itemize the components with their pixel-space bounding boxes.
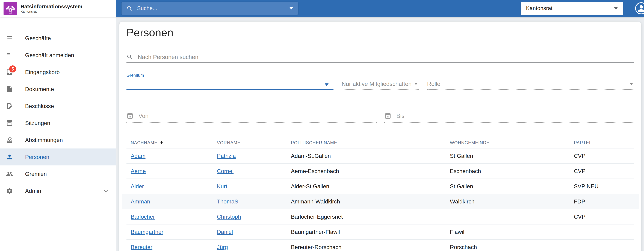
municipality-cell: Rorschach — [446, 244, 570, 250]
sidebar-item-geschaeft-anmelden[interactable]: Geschäft anmelden — [0, 47, 116, 64]
column-header-nachname[interactable]: NACHNAME — [126, 140, 213, 145]
column-header-vorname[interactable]: VORNAME — [213, 140, 287, 145]
rolle-select[interactable]: Rolle — [427, 79, 634, 90]
group-icon — [6, 170, 13, 177]
table-row-highlighted: Amman ThomaS Ammann-Waldkirch Waldkirch … — [122, 194, 639, 209]
municipality-cell: Waldkirch — [446, 198, 570, 205]
party-cell: CVP — [570, 153, 634, 159]
person-firstname-link[interactable]: Kurt — [217, 183, 227, 189]
sidebar-item-beschluesse[interactable]: Beschlüsse — [0, 98, 116, 115]
app-subtitle: Kantonsrat — [20, 10, 82, 14]
chevron-down-icon[interactable] — [103, 188, 109, 194]
sidebar-item-sitzungen[interactable]: Sitzungen — [0, 115, 116, 132]
council-context-select[interactable]: Kantonsrat — [521, 2, 623, 15]
ballot-icon — [6, 136, 13, 144]
political-name-cell: Baumgartner-Flawil — [287, 229, 446, 235]
page-title: Personen — [126, 26, 173, 39]
person-lastname-link[interactable]: Bereuter — [131, 244, 152, 250]
gear-icon — [6, 187, 13, 194]
gremium-select[interactable] — [126, 80, 334, 90]
active-memberships-select[interactable]: Nur aktive Mitgliedschaften — [342, 79, 419, 90]
chevron-down-icon — [614, 7, 618, 10]
sidebar-item-geschaefte[interactable]: Geschäfte — [0, 30, 116, 47]
municipality-cell: St.Gallen — [446, 183, 570, 190]
council-context-value: Kantonsrat — [526, 5, 552, 12]
calendar-icon — [6, 119, 13, 127]
person-lastname-link[interactable]: Bärlocher — [131, 213, 155, 220]
sidebar-item-label: Geschäfte — [25, 35, 51, 42]
calendar-icon — [384, 112, 392, 119]
chevron-down-icon — [630, 83, 633, 85]
person-lastname-link[interactable]: Alder — [131, 183, 144, 189]
date-to-field[interactable] — [384, 110, 634, 123]
sidebar-item-eingangskorb[interactable]: 5 Eingangskorb — [0, 64, 116, 81]
app-root: Ratsinformationssystem Kantonsrat Kanton… — [0, 0, 644, 251]
active-memberships-label: Nur aktive Mitgliedschaften — [342, 81, 412, 87]
sidebar-item-label: Abstimmungen — [25, 137, 63, 143]
political-name-cell: Bärlocher-Eggersriet — [287, 213, 446, 220]
calendar-icon — [126, 112, 134, 119]
column-header-wohngemeinde[interactable]: WOHNGEMEINDE — [446, 140, 570, 145]
brand-text: Ratsinformationssystem Kantonsrat — [20, 4, 82, 14]
person-lastname-link[interactable]: Baumgartner — [131, 229, 164, 235]
political-name-cell: Adam-St.Gallen — [287, 153, 446, 159]
date-to-input[interactable] — [396, 112, 634, 119]
sidebar-item-label: Geschäft anmelden — [25, 52, 74, 59]
column-header-politischer-name[interactable]: POLITISCHER NAME — [287, 140, 446, 145]
person-firstname-link[interactable]: Patrizia — [217, 153, 236, 159]
political-name-cell: Aerne-Eschenbach — [287, 168, 446, 174]
inbox-count-badge: 5 — [9, 65, 16, 73]
political-name-cell: Ammann-Waldkirch — [287, 198, 446, 205]
sidebar-item-label: Admin — [25, 188, 41, 194]
main-content-card: Personen Gremium Nur aktive Mitgliedscha… — [120, 22, 641, 251]
list-icon — [6, 35, 13, 42]
person-search-field[interactable] — [126, 52, 634, 63]
brand: Ratsinformationssystem Kantonsrat — [0, 0, 116, 17]
table-row: Bärlocher Christoph Bärlocher-Eggersriet… — [126, 209, 634, 224]
date-from-field[interactable] — [126, 110, 376, 123]
inbox-icon: 5 — [6, 69, 13, 76]
global-search-input[interactable] — [137, 5, 289, 12]
person-lastname-link[interactable]: Amman — [131, 198, 150, 205]
municipality-cell: St.Gallen — [446, 153, 570, 159]
playlist-add-icon — [6, 52, 13, 59]
person-firstname-link[interactable]: Jürg — [217, 244, 228, 250]
sidebar-item-admin[interactable]: Admin — [0, 182, 116, 199]
person-firstname-link[interactable]: Daniel — [217, 229, 233, 235]
sidebar-item-label: Sitzungen — [25, 120, 50, 126]
party-cell: CVP — [570, 213, 634, 220]
top-bar: Ratsinformationssystem Kantonsrat Kanton… — [0, 0, 644, 17]
sidebar-item-label: Eingangskorb — [25, 69, 60, 76]
sidebar-item-personen[interactable]: Personen — [0, 148, 116, 165]
person-search-input[interactable] — [138, 54, 634, 61]
table-row: Adam Patrizia Adam-St.Gallen St.Gallen C… — [126, 148, 634, 164]
party-cell: FDP — [570, 198, 634, 205]
parliament-logo-icon — [4, 2, 17, 15]
table-row: Alder Kurt Alder-St.Gallen St.Gallen SVP… — [126, 179, 634, 194]
municipality-cell: Flawil — [446, 229, 570, 235]
sidebar-item-label: Beschlüsse — [25, 103, 54, 109]
date-from-input[interactable] — [138, 112, 376, 119]
person-firstname-link[interactable]: Cornel — [217, 168, 234, 174]
global-search[interactable] — [122, 2, 298, 15]
person-firstname-link[interactable]: ThomaS — [217, 198, 238, 205]
column-header-partei[interactable]: PARTEI — [570, 140, 634, 145]
sidebar-item-gremien[interactable]: Gremien — [0, 165, 116, 182]
table-row: Baumgartner Daniel Baumgartner-Flawil Fl… — [126, 224, 634, 240]
sidebar-item-abstimmungen[interactable]: Abstimmungen — [0, 132, 116, 148]
search-icon — [126, 54, 133, 61]
person-firstname-link[interactable]: Christoph — [217, 213, 241, 220]
sidebar-item-label: Personen — [25, 154, 49, 160]
user-avatar[interactable] — [635, 2, 644, 15]
person-icon — [6, 153, 13, 160]
app-title: Ratsinformationssystem — [20, 4, 82, 10]
sidebar-item-label: Dokumente — [25, 86, 54, 92]
person-lastname-link[interactable]: Adam — [131, 153, 146, 159]
sidebar-item-dokumente[interactable]: Dokumente — [0, 81, 116, 98]
gremium-label: Gremium — [126, 73, 144, 78]
sidebar: Geschäfte Geschäft anmelden 5 Eingangsko… — [0, 17, 116, 251]
search-scope-caret-icon[interactable] — [289, 7, 293, 10]
persons-table: NACHNAME VORNAME POLITISCHER NAME WOHNGE… — [126, 137, 634, 251]
person-lastname-link[interactable]: Aerne — [131, 168, 146, 174]
political-name-cell: Alder-St.Gallen — [287, 183, 446, 190]
